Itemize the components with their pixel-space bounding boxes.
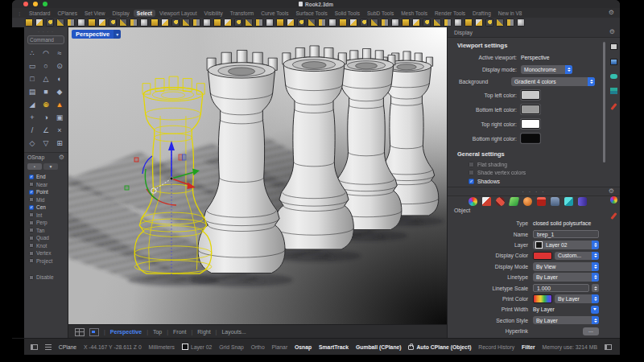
osnap-checkbox-end[interactable]: ✓ [29, 175, 34, 179]
status-layer-02[interactable]: Layer 02 [182, 343, 212, 350]
sun-tab-icon[interactable] [610, 74, 617, 79]
toolbar-icon[interactable] [464, 19, 473, 27]
tool-button-solid[interactable]: ◆ [53, 85, 66, 97]
osnap-checkbox-cen[interactable]: ✓ [29, 205, 34, 210]
viewport[interactable]: Perspective ▾ |Perspective|Top|Front|Rig… [68, 27, 447, 339]
menu-tab-select[interactable]: Select [134, 10, 155, 17]
toolbar-icon[interactable] [245, 19, 253, 27]
toolbar-icon[interactable] [35, 19, 43, 27]
panel-toggle-icon[interactable] [605, 344, 612, 350]
blue-folder-icon[interactable] [551, 197, 559, 206]
toolbar-icon[interactable] [287, 19, 295, 27]
tool-button-scale[interactable]: × [53, 124, 66, 136]
menu-tab-new-in-v8[interactable]: New in V8 [495, 10, 526, 17]
viewport-grid-icon[interactable] [75, 328, 85, 336]
toolbar-icon[interactable] [444, 19, 452, 27]
osnap-tab-filter[interactable]: ▼ [43, 163, 58, 170]
orange-sphere-icon[interactable] [523, 197, 532, 206]
toolbar-icon[interactable] [182, 19, 190, 27]
viewport-tab-perspective[interactable]: Perspective [110, 329, 142, 335]
toolbar-icon[interactable] [360, 19, 368, 27]
toolbar-icon[interactable] [109, 19, 117, 27]
tool-button-cylinder[interactable]: ⊞ [53, 137, 66, 149]
tool-button-rectangle[interactable]: ▭ [26, 60, 39, 72]
tool-button-polygon[interactable]: △ [39, 72, 52, 84]
color-swatch-top-right-color[interactable] [521, 119, 540, 129]
chevron-down-icon[interactable] [591, 306, 599, 314]
toolbar-icon[interactable] [255, 19, 263, 27]
viewport-canvas[interactable] [68, 27, 447, 325]
tool-button-angle[interactable]: ∠ [39, 124, 52, 136]
status-planar[interactable]: Planar [272, 344, 288, 350]
color-swatch-bottom-right-color[interactable] [521, 134, 540, 143]
rook[interactable] [275, 46, 354, 249]
scrollbar[interactable] [603, 42, 605, 162]
color-swatch-top-left-color[interactable] [521, 90, 540, 100]
osnap-checkbox-mid[interactable] [29, 197, 34, 202]
toolbar-icon[interactable] [496, 19, 504, 27]
select-display-mode[interactable]: By View [533, 262, 599, 271]
osnap-checkbox-perp[interactable] [29, 220, 34, 225]
toolbar-icon[interactable] [349, 19, 357, 27]
osnap-checkbox-near[interactable] [29, 182, 34, 187]
background-select[interactable]: Gradient 4 colors [511, 77, 595, 86]
toolbar-icon[interactable] [46, 19, 54, 27]
toolbar-icon[interactable] [297, 19, 305, 27]
color-swatch-bottom-left-color[interactable] [521, 105, 540, 114]
status-ortho[interactable]: Ortho [251, 344, 265, 350]
color-swatch-button[interactable] [533, 252, 552, 261]
tool-button-sweep[interactable]: ◢ [26, 98, 39, 110]
disable-checkbox[interactable] [29, 275, 34, 280]
toolbar-icon[interactable] [423, 19, 431, 27]
toolbar-icon[interactable] [433, 19, 441, 27]
toolbar-icon[interactable] [88, 19, 96, 27]
viewport-maximize-icon[interactable] [89, 328, 99, 336]
tool-button-extrude[interactable]: ▲ [53, 98, 66, 110]
toolbar-icon[interactable] [234, 19, 242, 27]
menu-tab-display[interactable]: Display [109, 10, 133, 17]
gear-icon[interactable]: ⚙ [609, 29, 615, 35]
panel-toggle-icon[interactable] [31, 344, 38, 350]
toolbar-icon[interactable] [370, 19, 378, 27]
menu-tab-transform[interactable]: Transform [227, 10, 257, 17]
toolbar-icon[interactable] [171, 19, 180, 27]
select-display-color[interactable]: Custom... [555, 252, 599, 261]
toolbar-icon[interactable] [192, 19, 200, 27]
tool-button-boolean-union[interactable]: ⊕ [39, 98, 52, 110]
toolbar-icon[interactable] [161, 19, 169, 27]
osnap-checkbox-quad[interactable] [29, 236, 34, 241]
status-record-history[interactable]: Record History [478, 344, 514, 350]
toolbar-icon[interactable] [381, 19, 389, 27]
toolbar-icon[interactable] [140, 19, 148, 27]
viewport-tab-layouts[interactable]: Layouts... [221, 329, 246, 335]
viewport-label-dropdown[interactable]: Perspective ▾ [72, 30, 121, 39]
menu-tab-solid-tools[interactable]: Solid Tools [332, 10, 363, 17]
gear-icon[interactable]: ⚙ [609, 10, 614, 16]
menu-tab-visibility[interactable]: Visibility [200, 10, 225, 17]
green-material-icon[interactable] [508, 197, 518, 206]
toolbar-icon[interactable] [266, 19, 274, 27]
menu-tab-render-tools[interactable]: Render Tools [431, 10, 469, 17]
osnap-checkbox-tan[interactable] [29, 228, 34, 232]
select-print-color[interactable]: By Layer [555, 294, 599, 303]
viewport-tab-right[interactable]: Right [197, 329, 210, 335]
toolbar-icon[interactable] [318, 19, 326, 27]
toolbar-icon[interactable] [454, 19, 462, 27]
cyan-cube-icon[interactable] [564, 197, 573, 206]
osnap-checkbox-vertex[interactable] [29, 251, 34, 256]
toolbar-icon[interactable] [130, 19, 138, 27]
rendering-tab-icon[interactable] [610, 59, 617, 65]
display-tab-icon[interactable] [610, 43, 617, 50]
status-osnap[interactable]: Osnap [295, 344, 312, 350]
menu-tab-viewport-layout[interactable]: Viewport Layout [156, 10, 200, 17]
viewport-label[interactable]: Perspective [72, 30, 114, 39]
osnap-tab-points[interactable]: • [27, 163, 42, 170]
status-millimeters[interactable]: Millimeters [149, 344, 175, 350]
toolbar-icon[interactable] [213, 19, 221, 27]
menu-tab-set-view[interactable]: Set View [81, 10, 109, 17]
tool-button-arc[interactable]: ⊙ [53, 60, 66, 72]
menu-tab-curve-tools[interactable]: Curve Tools [258, 10, 291, 17]
tool-button-box[interactable]: ■ [39, 85, 52, 97]
tool-button-circle[interactable]: ○ [39, 60, 52, 72]
select-linetype[interactable]: By Layer [533, 273, 599, 282]
